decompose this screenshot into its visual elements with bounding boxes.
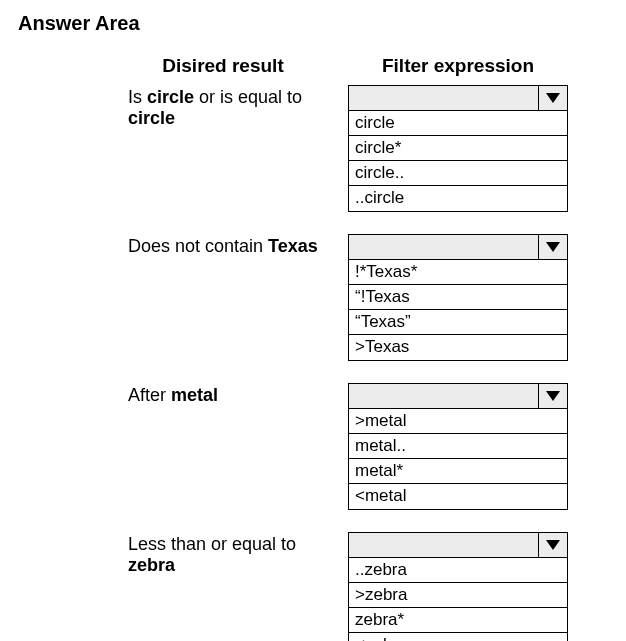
dropdown-option[interactable]: metal* [349, 459, 567, 484]
text-part: After [128, 385, 171, 405]
text-part: Less than or equal to [128, 534, 296, 554]
question-row: Is circle or is equal to circle circle c… [18, 85, 608, 212]
filter-expression-group: ..zebra >zebra zebra* <zebra [348, 532, 568, 641]
desired-result-text: Does not contain Texas [18, 234, 348, 257]
dropdown-option[interactable]: circle.. [349, 161, 567, 186]
question-row: Less than or equal to zebra ..zebra >zeb… [18, 532, 608, 641]
chevron-down-icon [546, 391, 560, 401]
chevron-down-icon [546, 93, 560, 103]
text-part: Is [128, 87, 147, 107]
filter-dropdown[interactable] [348, 234, 568, 260]
dropdown-option[interactable]: >Texas [349, 335, 567, 360]
dropdown-option[interactable]: >metal [349, 409, 567, 434]
dropdown-toggle-button[interactable] [539, 384, 567, 408]
filter-dropdown[interactable] [348, 383, 568, 409]
svg-marker-2 [546, 391, 560, 401]
text-bold: metal [171, 385, 218, 405]
text-part: or is equal to [194, 87, 302, 107]
filter-expression-group: circle circle* circle.. ..circle [348, 85, 568, 212]
text-bold: zebra [128, 555, 175, 575]
dropdown-option[interactable]: “!Texas [349, 285, 567, 310]
page-title: Answer Area [18, 12, 608, 35]
question-row: Does not contain Texas !*Texas* “!Texas … [18, 234, 608, 361]
dropdown-selected-field[interactable] [349, 86, 539, 110]
dropdown-toggle-button[interactable] [539, 235, 567, 259]
dropdown-selected-field[interactable] [349, 235, 539, 259]
dropdown-selected-field[interactable] [349, 384, 539, 408]
chevron-down-icon [546, 540, 560, 550]
filter-expression-group: >metal metal.. metal* <metal [348, 383, 568, 510]
column-headers: Disired result Filter expression [18, 55, 608, 77]
svg-marker-1 [546, 242, 560, 252]
dropdown-option[interactable]: ..zebra [349, 558, 567, 583]
dropdown-option[interactable]: zebra* [349, 608, 567, 633]
chevron-down-icon [546, 242, 560, 252]
dropdown-option[interactable]: circle [349, 111, 567, 136]
dropdown-option[interactable]: >zebra [349, 583, 567, 608]
filter-dropdown[interactable] [348, 85, 568, 111]
text-bold: Texas [268, 236, 318, 256]
dropdown-options-list: >metal metal.. metal* <metal [348, 409, 568, 510]
svg-marker-3 [546, 540, 560, 550]
dropdown-option[interactable]: “Texas” [349, 310, 567, 335]
dropdown-toggle-button[interactable] [539, 86, 567, 110]
header-filter-expression: Filter expression [348, 55, 568, 77]
text-bold: circle [128, 108, 175, 128]
svg-marker-0 [546, 93, 560, 103]
dropdown-option[interactable]: ..circle [349, 186, 567, 211]
dropdown-option[interactable]: metal.. [349, 434, 567, 459]
text-bold: circle [147, 87, 194, 107]
header-desired-result: Disired result [18, 55, 348, 77]
dropdown-toggle-button[interactable] [539, 533, 567, 557]
dropdown-selected-field[interactable] [349, 533, 539, 557]
filter-expression-group: !*Texas* “!Texas “Texas” >Texas [348, 234, 568, 361]
question-row: After metal >metal metal.. metal* <metal [18, 383, 608, 510]
text-part: Does not contain [128, 236, 268, 256]
desired-result-text: Is circle or is equal to circle [18, 85, 348, 129]
dropdown-options-list: circle circle* circle.. ..circle [348, 111, 568, 212]
dropdown-option[interactable]: circle* [349, 136, 567, 161]
dropdown-option[interactable]: <metal [349, 484, 567, 509]
filter-dropdown[interactable] [348, 532, 568, 558]
desired-result-text: After metal [18, 383, 348, 406]
dropdown-options-list: !*Texas* “!Texas “Texas” >Texas [348, 260, 568, 361]
dropdown-option[interactable]: <zebra [349, 633, 567, 641]
desired-result-text: Less than or equal to zebra [18, 532, 348, 576]
dropdown-option[interactable]: !*Texas* [349, 260, 567, 285]
dropdown-options-list: ..zebra >zebra zebra* <zebra [348, 558, 568, 641]
